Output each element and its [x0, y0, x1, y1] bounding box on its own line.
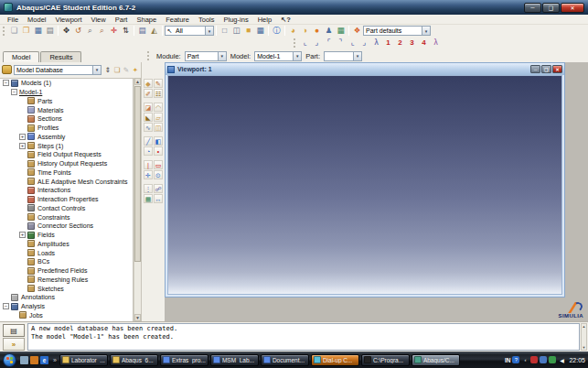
assembly-display-icon[interactable]: ♟	[323, 26, 335, 37]
feature-manager-icon[interactable]: ☷	[154, 89, 163, 98]
tree-item-profiles[interactable]: Profiles	[0, 124, 133, 133]
render-beam-profiles-icon[interactable]: ◭	[148, 26, 160, 37]
scroll-down-icon[interactable]: ▼	[134, 314, 141, 321]
taskbar-button-extras-pro[interactable]: Extras_pro...	[160, 354, 208, 366]
menu-item-view[interactable]: View	[87, 16, 111, 24]
tree-item-fields[interactable]: +Fields	[0, 231, 133, 240]
tree-item-time-points[interactable]: Time Points	[0, 168, 133, 178]
color-code-icon[interactable]: ❖	[351, 26, 363, 37]
custom-views-icon[interactable]: λ	[430, 38, 442, 49]
tree-item-materials[interactable]: Materials	[0, 105, 133, 114]
tree-item-model-1[interactable]: −Model-1	[0, 88, 133, 97]
create-chamfer-icon[interactable]: ◣	[144, 113, 153, 122]
tree-item-connector-sections[interactable]: Connector Sections	[0, 222, 133, 231]
taskbar-button-abaqus-6[interactable]: Abaqus_6...	[110, 354, 158, 366]
partition-face-icon[interactable]: ◧	[154, 136, 163, 146]
show-desktop-icon[interactable]	[20, 356, 28, 364]
menu-item-viewport[interactable]: Viewport	[51, 16, 87, 24]
view-right-icon[interactable]: ⌟	[358, 38, 370, 49]
viewport-canvas[interactable]	[167, 75, 562, 295]
message-log-icon[interactable]: ▤	[3, 324, 25, 337]
menu-item-file[interactable]: File	[3, 16, 23, 24]
command-line-icon[interactable]: »	[3, 338, 25, 351]
create-cut-icon[interactable]: ◪	[144, 103, 153, 112]
user-view-2[interactable]: 2	[394, 38, 406, 49]
auto-fit-view-icon[interactable]: ✛	[108, 26, 120, 37]
edit-vertices-icon[interactable]: ⋮	[144, 184, 153, 193]
create-sketch-icon[interactable]: ✎	[154, 79, 163, 88]
new-model-icon[interactable]: ❏	[8, 26, 20, 37]
module-combo[interactable]: Part ▾	[185, 51, 227, 61]
view-back-icon[interactable]: ⌟	[311, 38, 323, 49]
taskbar-button-laborator[interactable]: Laborator_...	[59, 354, 108, 366]
create-item-icon[interactable]: ❏	[112, 65, 122, 75]
tree-item-analysis[interactable]: −Analysis	[0, 302, 133, 311]
print-icon[interactable]: ▤	[44, 26, 56, 37]
user-view-3[interactable]: 3	[406, 38, 418, 49]
magnify-view-icon[interactable]: ⌕	[84, 26, 96, 37]
scrollbar-thumb[interactable]	[134, 86, 141, 262]
viewport-close-button[interactable]: ✕	[552, 65, 562, 73]
tree-item-interactions[interactable]: Interactions	[0, 186, 133, 195]
geometry-repair-icon[interactable]: ☍	[154, 184, 163, 193]
taskbar-button-msm-lab[interactable]: MSM_Lab...	[210, 354, 259, 366]
menu-item-plug-ins[interactable]: Plug-ins	[219, 16, 253, 24]
chevron-down-icon[interactable]: ▾	[205, 27, 213, 35]
taskbar-button-c-progra[interactable]: C:\Progra...	[361, 354, 410, 366]
tree-item-jobs[interactable]: Jobs	[0, 311, 133, 320]
tray-antivirus-icon[interactable]	[549, 356, 556, 363]
chevron-down-icon[interactable]: ▾	[218, 52, 226, 60]
chevron-down-icon[interactable]: ▾	[422, 27, 430, 35]
expand-icon[interactable]: +	[19, 134, 26, 140]
start-button[interactable]	[3, 353, 16, 367]
expand-icon[interactable]: +	[19, 232, 26, 238]
menu-item-model[interactable]: Model	[23, 16, 50, 24]
viewport-title-bar[interactable]: Viewport: 1 ─ ❑ ✕	[166, 63, 564, 75]
message-log[interactable]: A new model database has been created. T…	[27, 323, 580, 351]
tree-scrollbar[interactable]: ▲ ▼	[134, 78, 141, 321]
view-bottom-icon[interactable]: ⌝	[335, 38, 347, 49]
expand-icon[interactable]: +	[19, 143, 26, 149]
chevron-down-icon[interactable]: ▾	[293, 52, 301, 60]
tray-update-icon[interactable]	[530, 356, 538, 363]
view-front-icon[interactable]: ⌞	[299, 38, 311, 49]
create-datum-axis-icon[interactable]: ∣	[144, 160, 153, 169]
display-options-icon[interactable]: ▦	[335, 26, 347, 37]
tree-item-predefined-fields[interactable]: Predefined Fields	[0, 266, 133, 276]
mesh-render-icon[interactable]: ▦	[254, 26, 266, 37]
internet-explorer-icon[interactable]: e	[40, 356, 48, 364]
switch-windows-icon[interactable]	[30, 356, 38, 364]
maximize-button[interactable]: ❑	[542, 3, 560, 13]
create-mirror-icon[interactable]: ◫	[154, 123, 163, 132]
save-icon[interactable]: ▦	[32, 26, 44, 37]
taskbar-button-dial-up-c[interactable]: Dial-up C...	[311, 354, 359, 366]
scroll-up-icon[interactable]: ▲	[134, 78, 141, 85]
shaded-render-icon[interactable]: ■	[242, 26, 254, 37]
color-table-icon[interactable]: ▦	[144, 194, 153, 203]
query-info-icon[interactable]: ⓘ	[271, 26, 283, 37]
model-database-combo[interactable]: Model Database ▾	[14, 65, 102, 75]
taskbar-button-document[interactable]: Document...	[261, 354, 309, 366]
minimize-button[interactable]: ─	[524, 3, 541, 13]
view-top-icon[interactable]: ⌜	[323, 38, 335, 49]
tree-item-constraints[interactable]: Constraints	[0, 212, 133, 222]
tab-results[interactable]: Results	[40, 51, 81, 62]
tree-item-assembly[interactable]: +Assembly	[0, 133, 133, 142]
edit-feature-icon[interactable]: ✐	[144, 89, 153, 98]
viewport-minimize-button[interactable]: ─	[530, 65, 540, 73]
view-left-icon[interactable]: ⌞	[347, 38, 358, 49]
tree-item-models-1[interactable]: −Models (1)	[0, 79, 133, 88]
message-scrollbar[interactable]: ▲ ▼	[581, 323, 587, 351]
open-icon[interactable]: ❐	[20, 26, 32, 37]
collapse-icon[interactable]: −	[11, 89, 17, 95]
tree-item-bcs[interactable]: BCs	[0, 257, 133, 266]
measure-icon[interactable]: ↔	[154, 194, 163, 203]
close-button[interactable]: ✕	[561, 3, 584, 13]
user-view-4[interactable]: 4	[418, 38, 430, 49]
scroll-up-icon[interactable]: ▲	[583, 324, 586, 329]
viewport-maximize-button[interactable]: ❑	[541, 65, 551, 73]
hidden-line-render-icon[interactable]: ◫	[230, 26, 242, 37]
spin-selector-icon[interactable]: ⇕	[103, 65, 112, 75]
taskbar-button-abaqus-c[interactable]: Abaqus/C...	[412, 354, 460, 366]
pan-view-icon[interactable]: ✥	[60, 26, 72, 37]
